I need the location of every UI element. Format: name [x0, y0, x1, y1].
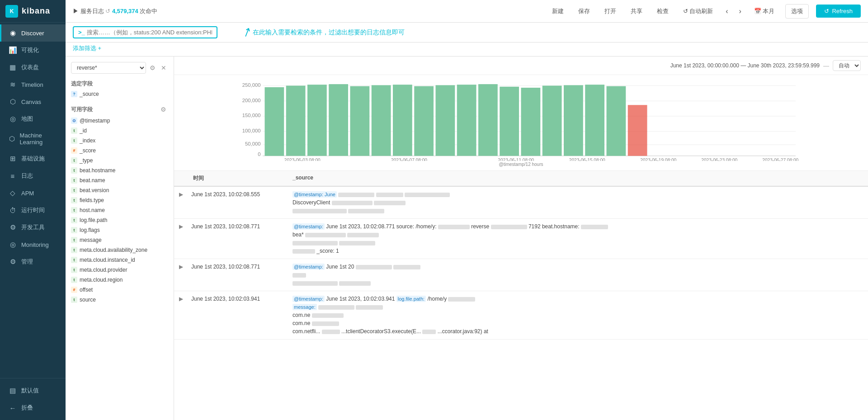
field-message[interactable]: t message	[66, 235, 174, 245]
table-row[interactable]: ▶ June 1st 2023, 10:02:08.771 @timestamp…	[174, 219, 868, 259]
sidebar-item-management[interactable]: ⚙ 管理	[0, 253, 66, 270]
table-row[interactable]: ▶ June 1st 2023, 10:02:08.771 @timestamp…	[174, 259, 868, 291]
field-type[interactable]: t _type	[66, 156, 174, 165]
new-button[interactable]: 新建	[548, 5, 567, 17]
close-index-button[interactable]: ✕	[159, 63, 168, 72]
field-type-hash: #	[71, 147, 77, 154]
field-beat-version[interactable]: t beat.version	[66, 185, 174, 195]
sidebar-bottom: ▤ 默认值 ← 折叠	[0, 378, 66, 420]
sidebar-item-timelion[interactable]: ≋ Timelion	[0, 76, 66, 93]
expand-row-button[interactable]: ▶	[174, 291, 188, 307]
field-type-t9: t	[71, 217, 77, 223]
sidebar-nav: ◉ Discover 📊 可视化 ▦ 仪表盘 ≋ Timelion ⬡ Canv…	[0, 23, 66, 378]
sidebar-logo: K kibana	[0, 0, 66, 23]
main-content: ▶ 服务日志 ↺ 4,579,374 次命中 新建 保存 打开 共享 检查 ↺ …	[66, 0, 868, 420]
field-log-file-path[interactable]: t log.file.path	[66, 215, 174, 225]
add-filter-button[interactable]: 添加筛选 +	[73, 44, 101, 52]
field-score[interactable]: # _score	[66, 146, 174, 156]
svg-text:200,000: 200,000	[242, 98, 261, 103]
sidebar-item-collapse[interactable]: ← 折叠	[0, 399, 66, 416]
field-offset[interactable]: # offset	[66, 285, 174, 295]
index-settings-button[interactable]: ⚙	[148, 63, 157, 72]
svg-text:100,000: 100,000	[242, 128, 261, 133]
blurred-content	[356, 265, 392, 269]
close-icon: ✕	[161, 64, 166, 71]
field-host-name[interactable]: t host.name	[66, 205, 174, 215]
this-month-button[interactable]: 📅 本月	[750, 5, 778, 17]
svg-text:2023-06-11 08:00: 2023-06-11 08:00	[498, 158, 534, 161]
canvas-icon: ⬡	[8, 98, 18, 106]
blurred-content	[292, 281, 338, 286]
histogram-chart: 250,000 200,000 150,000 100,000 50,000 0	[181, 80, 861, 161]
settings-icon: ⚙	[150, 64, 156, 71]
svg-text:2023-06-23 08:00: 2023-06-23 08:00	[701, 158, 737, 161]
expand-row-button[interactable]: ▶	[174, 219, 188, 234]
svg-rect-27	[585, 85, 604, 156]
sidebar-item-ml[interactable]: ⬡ Machine Learning	[0, 127, 66, 150]
field-meta-provider[interactable]: t meta.cloud.provider	[66, 265, 174, 275]
field-meta-availability-zone[interactable]: t meta.cloud.availability_zone	[66, 245, 174, 255]
sidebar-item-default[interactable]: ▤ 默认值	[0, 382, 66, 399]
kibana-logo-icon: K	[5, 5, 18, 18]
field-type-t6: t	[71, 187, 77, 193]
sidebar-item-discover[interactable]: ◉ Discover	[0, 24, 66, 42]
log-source-content: @timestamp: June 1st 20	[287, 259, 868, 291]
options-button[interactable]: 选项	[785, 4, 809, 19]
refresh-button[interactable]: ↺ Refresh	[816, 5, 861, 18]
field-id[interactable]: t _id	[66, 126, 174, 136]
index-pattern-select[interactable]: reverse*	[71, 62, 146, 74]
save-button[interactable]: 保存	[575, 5, 594, 17]
index-pattern-row: reverse* ⚙ ✕	[66, 60, 174, 77]
field-log-flags[interactable]: t log.flags	[66, 225, 174, 235]
svg-rect-15	[329, 84, 348, 156]
nav-prev-button[interactable]: ‹	[724, 5, 730, 17]
field-index[interactable]: t _index	[66, 136, 174, 146]
sidebar-item-visualize[interactable]: 📊 可视化	[0, 42, 66, 59]
chart-container: 250,000 200,000 150,000 100,000 50,000 0	[181, 80, 861, 161]
sidebar-item-runtime[interactable]: ⏱ 运行时间	[0, 202, 66, 219]
sidebar-item-devtools[interactable]: ⚙ 开发工具	[0, 219, 66, 236]
sidebar-item-apm[interactable]: ◇ APM	[0, 184, 66, 202]
sidebar-item-canvas[interactable]: ⬡ Canvas	[0, 93, 66, 110]
fields-settings-button[interactable]: ⚙	[159, 105, 168, 114]
sidebar-item-monitoring[interactable]: ◎ Monitoring	[0, 236, 66, 253]
svg-text:2023-06-27 08:00: 2023-06-27 08:00	[762, 158, 798, 161]
auto-refresh-select[interactable]: 自动	[833, 60, 861, 71]
nav-next-button[interactable]: ›	[737, 5, 743, 17]
svg-rect-20	[436, 85, 455, 156]
sidebar-item-logs[interactable]: ≡ 日志	[0, 167, 66, 184]
filter-row: 添加筛选 +	[66, 42, 868, 57]
field-beat-name[interactable]: t beat.name	[66, 175, 174, 185]
sidebar-item-dashboard[interactable]: ▦ 仪表盘	[0, 59, 66, 76]
field-source[interactable]: t source	[66, 295, 174, 305]
field-fields-type[interactable]: t fields.type	[66, 195, 174, 205]
field-beat-hostname[interactable]: t beat.hostname	[66, 165, 174, 175]
search-input-wrap[interactable]: >_	[73, 26, 217, 38]
sidebar-item-maps[interactable]: ◎ 地图	[0, 110, 66, 127]
table-row[interactable]: ▶ June 1st 2023, 10:02:03.941 @timestamp…	[174, 291, 868, 340]
open-button[interactable]: 打开	[601, 5, 620, 17]
blurred-content	[376, 193, 403, 197]
blurred-content	[491, 225, 527, 229]
expand-row-button[interactable]: ▶	[174, 187, 188, 202]
field-meta-instance-id[interactable]: t meta.cloud.instance_id	[66, 255, 174, 265]
sidebar: K kibana ◉ Discover 📊 可视化 ▦ 仪表盘 ≋ Timeli…	[0, 0, 66, 420]
field-timestamp[interactable]: ⊙ @timestamp	[66, 116, 174, 126]
field-type-t8: t	[71, 207, 77, 213]
source-score: _score: 1	[316, 248, 339, 254]
dashboard-icon: ▦	[8, 63, 18, 71]
sidebar-item-infra[interactable]: ⊞ 基础设施	[0, 150, 66, 167]
timestamp-highlight: @timestamp:	[292, 264, 325, 270]
share-button[interactable]: 共享	[627, 5, 646, 17]
chart-icon: 📊	[8, 46, 18, 54]
inspect-button[interactable]: 检查	[653, 5, 672, 17]
expand-row-button[interactable]: ▶	[174, 259, 188, 274]
table-row[interactable]: ▶ June 1st 2023, 10:02:08.555 @timestamp…	[174, 187, 868, 219]
search-input[interactable]	[87, 29, 212, 36]
time-col-header: 时间	[188, 175, 287, 182]
blurred-content	[448, 297, 475, 302]
field-meta-region[interactable]: t meta.cloud.region	[66, 275, 174, 285]
field-type-t12: t	[71, 247, 77, 253]
default-icon: ▤	[8, 387, 18, 395]
auto-refresh-button[interactable]: ↺ 自动刷新	[679, 5, 717, 17]
